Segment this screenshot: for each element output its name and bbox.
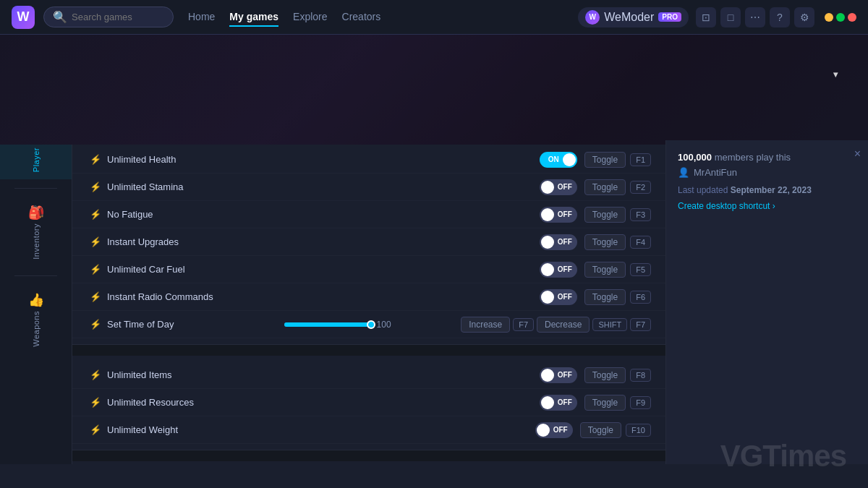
toggle-unlimited-health[interactable]: ON — [540, 152, 577, 168]
toggle-knob — [563, 153, 576, 166]
topbar: W 🔍 Home My games Explore Creators W WeM… — [0, 0, 868, 35]
mod-name: Instant Radio Commands — [107, 291, 540, 302]
mod-row-unlimited-stamina: ⚡ Unlimited Stamina OFF Toggle F2 — [72, 174, 665, 201]
nav-explore[interactable]: Explore — [293, 8, 327, 27]
increase-button[interactable]: Increase — [461, 317, 510, 333]
nav-home[interactable]: Home — [188, 8, 215, 27]
inventory-icon: 🎒 — [28, 205, 44, 221]
mod-name: Unlimited Items — [107, 369, 540, 380]
toggle-button[interactable]: Toggle — [584, 395, 626, 411]
sidebar-divider-1 — [14, 188, 57, 189]
key-f10: F10 — [626, 424, 651, 437]
info-panel: × 100,000 members play this 👤 MrAntiFun … — [665, 140, 868, 464]
toggle-label-on: ON — [548, 155, 559, 163]
members-count: 100,000 — [678, 152, 712, 163]
key-f1: F1 — [630, 153, 651, 166]
mod-row-set-time: ⚡ Set Time of Day 100 Increase F7 Decrea… — [72, 311, 665, 338]
search-input[interactable] — [72, 12, 166, 22]
main-layout: 👤 Player 🎒 Inventory 👍 Weapons X Xbox ⚑ … — [0, 110, 868, 464]
toggle-label-off: OFF — [558, 265, 572, 273]
mod-name: Instant Upgrades — [107, 236, 540, 247]
toggle-button[interactable]: Toggle — [584, 179, 626, 195]
toggle-button[interactable]: Toggle — [584, 367, 626, 383]
notifications-icon[interactable]: ⊡ — [696, 7, 716, 27]
toggle-knob — [541, 369, 554, 382]
toggle-knob — [541, 263, 554, 276]
toggle-button[interactable]: Toggle — [580, 422, 621, 438]
toggle-button[interactable]: Toggle — [584, 234, 626, 250]
bolt-icon: ⚡ — [90, 291, 101, 302]
maximize-button[interactable] — [836, 13, 845, 22]
toggle-label-off: OFF — [558, 210, 572, 218]
mod-name: Unlimited Stamina — [107, 181, 540, 192]
toggle-knob — [537, 424, 550, 437]
toggle-knob — [541, 208, 554, 221]
mod-row-instant-upgrades: ⚡ Instant Upgrades OFF Toggle F4 — [72, 228, 665, 256]
toggle-knob — [541, 181, 554, 194]
downloads-icon[interactable]: □ — [720, 7, 741, 27]
key-f9: F9 — [630, 396, 651, 409]
slider-container: 100 — [284, 320, 461, 330]
toggle-instant-radio[interactable]: OFF — [540, 289, 577, 305]
mod-name: Set Time of Day — [107, 319, 284, 330]
toggle-label-off: OFF — [558, 293, 572, 301]
toggle-unlimited-car-fuel[interactable]: OFF — [540, 262, 577, 278]
minimize-button[interactable] — [825, 13, 833, 22]
section-divider-weapons — [72, 450, 665, 461]
discord-icon[interactable]: ⋯ — [745, 7, 765, 27]
nav-my-games[interactable]: My games — [229, 8, 278, 27]
bolt-icon: ⚡ — [90, 264, 101, 275]
toggle-knob — [541, 236, 554, 249]
mod-name: Unlimited Resources — [107, 397, 540, 408]
toggle-button[interactable]: Toggle — [584, 207, 626, 223]
toggle-unlimited-resources[interactable]: OFF — [540, 395, 577, 411]
mod-row-unlimited-resources: ⚡ Unlimited Resources OFF Toggle F9 — [72, 389, 665, 416]
toggle-label-off: OFF — [558, 238, 572, 246]
search-icon: 🔍 — [53, 10, 67, 24]
toggle-button[interactable]: Toggle — [584, 152, 626, 168]
info-close-button[interactable]: × — [854, 147, 861, 160]
last-updated-label: Last updated — [678, 185, 728, 195]
decrease-button[interactable]: Decrease — [537, 317, 590, 333]
pro-badge: PRO — [658, 12, 681, 22]
key-f6: F6 — [630, 291, 651, 304]
close-button[interactable] — [848, 13, 856, 22]
toggle-no-fatigue[interactable]: OFF — [540, 207, 577, 223]
user-badge[interactable]: W WeModer PRO — [578, 7, 689, 27]
toggle-instant-upgrades[interactable]: OFF — [540, 234, 577, 250]
toggle-button[interactable]: Toggle — [584, 289, 626, 305]
mod-name: Unlimited Health — [107, 154, 540, 165]
toggle-unlimited-items[interactable]: OFF — [540, 367, 577, 383]
key-f2: F2 — [630, 181, 651, 194]
help-icon[interactable]: ? — [770, 7, 790, 27]
key-f5: F5 — [630, 263, 651, 276]
bolt-icon: ⚡ — [90, 154, 101, 165]
play-dropdown-icon: ▾ — [833, 69, 838, 80]
settings-icon[interactable]: ⚙ — [794, 7, 814, 27]
toggle-knob — [541, 291, 554, 304]
nav-creators[interactable]: Creators — [342, 8, 381, 27]
app-logo[interactable]: W — [12, 6, 35, 29]
slider-track[interactable] — [284, 322, 371, 327]
bolt-icon: ⚡ — [90, 319, 101, 330]
search-bar[interactable]: 🔍 — [43, 7, 174, 27]
sidebar-divider-2 — [14, 275, 57, 276]
user-name: WeModer — [604, 11, 654, 24]
toggle-unlimited-weight[interactable]: OFF — [535, 422, 573, 438]
members-label-text: members play this — [715, 152, 791, 163]
mod-name: No Fatigue — [107, 209, 540, 220]
bolt-icon: ⚡ — [90, 209, 101, 220]
toggle-button[interactable]: Toggle — [584, 262, 626, 278]
toggle-label-off: OFF — [553, 426, 568, 434]
toggle-unlimited-stamina[interactable]: OFF — [540, 179, 577, 195]
desktop-shortcut-link[interactable]: Create desktop shortcut › — [678, 201, 856, 211]
bolt-icon: ⚡ — [90, 181, 101, 192]
sidebar-item-weapons[interactable]: 👍 Weapons — [0, 285, 72, 354]
window-controls — [825, 13, 856, 22]
weapons-section: ⚡ No Recoil OFF Toggle F11 ⚡ No Reload — [72, 461, 665, 464]
sidebar-label-inventory: Inventory — [32, 223, 41, 260]
sidebar: 👤 Player 🎒 Inventory 👍 Weapons — [0, 110, 72, 464]
slider-thumb[interactable] — [367, 320, 375, 329]
sidebar-item-inventory[interactable]: 🎒 Inventory — [0, 197, 72, 267]
nav-right: W WeModer PRO ⊡ □ ⋯ ? ⚙ — [578, 7, 856, 27]
